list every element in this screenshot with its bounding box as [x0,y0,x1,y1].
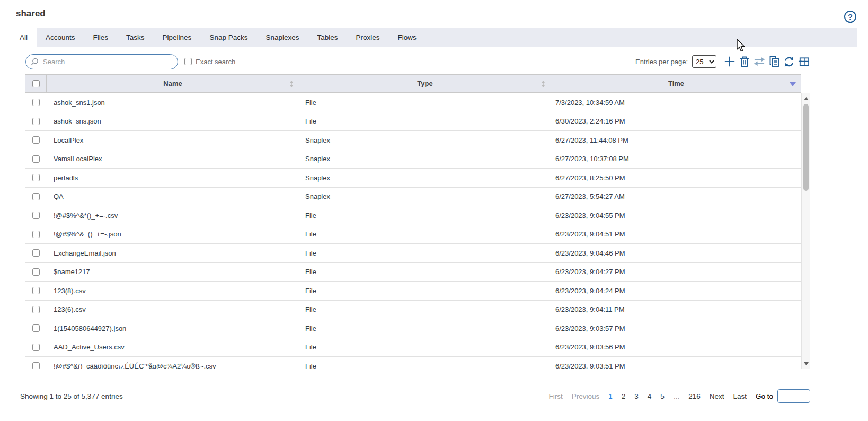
footer: Showing 1 to 25 of 5,377 entries First P… [20,388,810,404]
table-row[interactable]: !@#$%^&_()_+=-.jsonFile6/23/2023, 9:04:5… [25,225,801,244]
last-page-number-button[interactable]: 216 [688,392,701,400]
row-checkbox[interactable] [32,231,40,238]
row-checkbox[interactable] [32,118,40,125]
row-name[interactable]: 1(1540580644927).json [47,324,299,332]
table-row[interactable]: LocalPlexSnaplex6/27/2023, 11:44:08 PM [25,131,801,150]
add-icon[interactable] [724,56,736,67]
row-checkbox[interactable] [32,362,40,369]
page-number-button-2[interactable]: 2 [622,392,626,400]
page-number-button-5[interactable]: 5 [660,392,665,400]
vertical-scrollbar[interactable] [801,93,810,369]
row-name[interactable]: ashok_sns.json [47,117,299,125]
row-time: 6/23/2023, 9:04:46 PM [551,249,801,257]
row-name[interactable]: ashok_sns1.json [47,99,299,107]
page-number-button-3[interactable]: 3 [634,392,639,400]
row-name[interactable]: !@#$%^&*()_+=-.csv [47,212,299,220]
row-time: 6/23/2023, 9:04:27 PM [551,268,801,276]
tab-accounts[interactable]: Accounts [37,28,84,47]
row-checkbox[interactable] [32,249,40,257]
table-row[interactable]: AAD_Active_Users.csvFile6/23/2023, 9:03:… [25,338,801,357]
previous-page-button[interactable]: Previous [572,392,600,400]
row-name[interactable]: AAD_Active_Users.csv [47,343,299,351]
first-page-button[interactable]: First [549,392,563,400]
scrollbar-thumb[interactable] [803,104,809,191]
table-body: ashok_sns1.jsonFile7/3/2023, 10:34:59 AM… [25,93,801,369]
row-checkbox[interactable] [32,155,40,163]
row-type: File [299,268,551,276]
row-checkbox-cell [25,212,47,219]
table-row[interactable]: ashok_sns1.jsonFile7/3/2023, 10:34:59 AM [25,93,801,112]
row-type: File [299,249,551,257]
row-name[interactable]: 123(6).csv [47,305,299,313]
tab-tables[interactable]: Tables [308,28,347,47]
table-row[interactable]: QASnaplex6/27/2023, 5:54:27 AM [25,188,801,207]
table-row[interactable]: 123(8).csvFile6/23/2023, 9:04:24 PM [25,282,801,301]
sort-both-icon[interactable] [289,81,294,87]
next-page-button[interactable]: Next [710,392,724,400]
table-row[interactable]: !@#$^&()_çäâôïôûñç¡¿ÉÜÉÇ¨ºåg@ç¾A2¼u®ß~.c… [25,357,801,369]
row-name[interactable]: !@#$^&()_çäâôïôûñç¡¿ÉÜÉÇ¨ºåg@ç¾A2¼u®ß~.c… [47,362,299,369]
tab-all[interactable]: All [11,28,37,47]
pagination-ellipsis: ... [674,392,679,400]
row-checkbox[interactable] [32,344,40,351]
delete-icon[interactable] [739,56,750,67]
row-checkbox[interactable] [32,212,40,219]
scroll-up-arrow-icon[interactable] [802,94,811,103]
row-name[interactable]: $name1217 [47,268,299,276]
row-name[interactable]: !@#$%^&_()_+=-.json [47,230,299,238]
tab-flows[interactable]: Flows [389,28,426,47]
column-header-type[interactable]: Type [299,75,551,92]
entries-per-page-select[interactable]: 25 [692,55,716,68]
last-page-button[interactable]: Last [733,392,747,400]
tab-snap-packs[interactable]: Snap Packs [200,28,256,47]
tab-pipelines[interactable]: Pipelines [154,28,201,47]
row-checkbox[interactable] [32,324,40,332]
row-checkbox[interactable] [32,287,40,294]
row-name[interactable]: ExchangeEmail.json [47,249,299,257]
select-all-checkbox[interactable] [32,80,40,87]
table-row[interactable]: !@#$%^&*()_+=-.csvFile6/23/2023, 9:04:55… [25,206,801,225]
row-name[interactable]: 123(8).csv [47,287,299,295]
row-checkbox[interactable] [32,99,40,106]
row-checkbox-cell [25,287,47,294]
row-time: 6/23/2023, 9:04:24 PM [551,287,801,295]
row-checkbox[interactable] [32,136,40,144]
column-header-name[interactable]: Name [47,75,299,92]
row-name[interactable]: VamsiLocalPlex [47,155,299,163]
add-table-icon[interactable] [798,56,810,67]
row-checkbox[interactable] [32,306,40,313]
tab-snaplexes[interactable]: Snaplexes [256,28,308,47]
column-header-time[interactable]: Time [551,75,801,92]
table-row[interactable]: perfadlsSnaplex6/27/2023, 8:25:50 PM [25,169,801,188]
row-name[interactable]: perfadls [47,174,299,182]
copy-icon[interactable] [768,56,780,67]
goto-label: Go to [756,392,773,400]
table-row[interactable]: ashok_sns.jsonFile6/30/2023, 2:24:16 PM [25,112,801,131]
page-number-button-4[interactable]: 4 [648,392,652,400]
move-icon[interactable] [754,56,765,67]
row-checkbox[interactable] [32,268,40,276]
goto-page-input[interactable] [777,389,810,403]
entries-per-page-wrap: 25 [692,55,716,68]
table-row[interactable]: 123(6).csvFile6/23/2023, 9:04:11 PM [25,301,801,320]
row-name[interactable]: QA [47,192,299,200]
table-row[interactable]: 1(1540580644927).jsonFile6/23/2023, 9:03… [25,319,801,338]
row-name[interactable]: LocalPlex [47,136,299,144]
table-row[interactable]: ExchangeEmail.jsonFile6/23/2023, 9:04:46… [25,244,801,263]
tab-proxies[interactable]: Proxies [347,28,389,47]
scroll-down-arrow-icon[interactable] [802,359,811,368]
row-checkbox[interactable] [32,193,40,200]
help-icon[interactable]: ? [844,11,856,23]
row-type: Snaplex [299,174,551,182]
table-row[interactable]: $name1217File6/23/2023, 9:04:27 PM [25,263,801,282]
tab-files[interactable]: Files [84,28,118,47]
refresh-icon[interactable] [783,56,795,67]
exact-search-checkbox[interactable] [184,58,192,65]
search-input[interactable] [25,54,178,69]
sort-both-icon[interactable] [541,81,545,87]
row-checkbox[interactable] [32,174,40,181]
table-row[interactable]: VamsiLocalPlexSnaplex6/27/2023, 10:37:08… [25,150,801,169]
page-number-button-1[interactable]: 1 [608,392,613,400]
sort-desc-icon[interactable] [790,82,796,87]
tab-tasks[interactable]: Tasks [117,28,154,47]
